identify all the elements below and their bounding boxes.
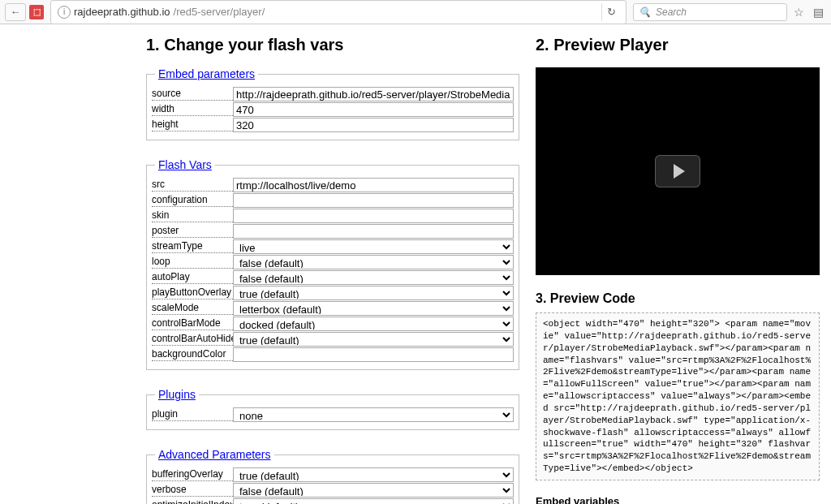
label-verbose[interactable]: verbose	[152, 484, 233, 497]
right-column: 2. Preview Player 3. Preview Code <objec…	[536, 31, 825, 498]
label-loop[interactable]: loop	[152, 256, 233, 269]
select-loop[interactable]: false (default)	[233, 255, 514, 269]
select-playButtonOverlay[interactable]: true (default)	[233, 286, 514, 300]
label-streamType[interactable]: streamType	[152, 240, 233, 253]
url-host: rajdeeprath.github.io	[74, 6, 170, 18]
legend-flashvars[interactable]: Flash Vars	[155, 158, 215, 171]
label-poster[interactable]: poster	[152, 225, 233, 238]
label-plugin[interactable]: plugin	[152, 408, 233, 421]
heading-embed-variables: Embed variables	[536, 495, 820, 504]
label-controlBarAutoHide[interactable]: controlBarAutoHide	[152, 333, 233, 346]
label-height[interactable]: height	[152, 118, 233, 131]
label-autoPlay[interactable]: autoPlay	[152, 271, 233, 284]
label-width[interactable]: width	[152, 103, 233, 116]
input-configuration[interactable]	[233, 193, 514, 208]
input-poster[interactable]	[233, 224, 514, 239]
heading-preview-code: 3. Preview Code	[536, 291, 820, 306]
fieldset-plugins: Plugins pluginnone	[146, 388, 519, 430]
input-source[interactable]	[233, 87, 514, 101]
input-src[interactable]	[233, 178, 514, 192]
url-path: /red5-server/player/	[174, 6, 265, 18]
heading-flash-vars: 1. Change your flash vars	[146, 36, 519, 54]
search-placeholder: Search	[656, 6, 687, 18]
select-bufferingOverlay[interactable]: true (default)	[233, 467, 514, 482]
play-icon	[674, 164, 685, 179]
label-playButtonOverlay[interactable]: playButtonOverlay	[152, 286, 233, 299]
legend-embed[interactable]: Embed parameters	[155, 67, 258, 80]
back-button[interactable]: ←	[5, 3, 26, 21]
input-width[interactable]	[233, 102, 514, 117]
select-optimizeInitialIndex[interactable]: true (default)	[233, 498, 514, 504]
search-bar[interactable]: 🔍 Search	[633, 3, 787, 21]
browser-toolbar: ← ⬚ i rajdeeprath.github.io/red5-server/…	[0, 0, 831, 24]
search-icon: 🔍	[639, 6, 651, 18]
info-icon[interactable]: i	[58, 6, 71, 19]
heading-preview-player: 2. Preview Player	[536, 36, 820, 54]
label-controlBarMode[interactable]: controlBarMode	[152, 317, 233, 330]
select-streamType[interactable]: live	[233, 239, 514, 254]
clipboard-icon[interactable]: ▤	[810, 4, 826, 20]
bookmark-button[interactable]: ☆	[790, 4, 807, 20]
reload-button[interactable]: ↻	[601, 3, 621, 21]
legend-advanced[interactable]: Advanced Parameters	[155, 448, 274, 461]
label-configuration[interactable]: configuration	[152, 194, 233, 207]
label-scaleMode[interactable]: scaleMode	[152, 302, 233, 315]
label-backgroundColor[interactable]: backgroundColor	[152, 348, 233, 361]
url-bar[interactable]: i rajdeeprath.github.io/red5-server/play…	[50, 0, 626, 24]
fieldset-flashvars: Flash Vars src configuration skin poster…	[146, 158, 519, 370]
label-source[interactable]: source	[152, 88, 233, 101]
label-skin[interactable]: skin	[152, 209, 233, 222]
preview-code-block[interactable]: <object width="470" height="320"> <param…	[536, 312, 820, 480]
select-controlBarAutoHide[interactable]: true (default)	[233, 332, 514, 347]
extension-icon[interactable]: ⬚	[29, 5, 44, 19]
label-src[interactable]: src	[152, 179, 233, 192]
label-optimizeInitialIndex[interactable]: optimizeInitialIndex	[152, 499, 233, 504]
select-plugin[interactable]: none	[233, 407, 514, 422]
legend-plugins[interactable]: Plugins	[155, 388, 199, 401]
select-controlBarMode[interactable]: docked (default)	[233, 317, 514, 331]
fieldset-advanced: Advanced Parameters bufferingOverlaytrue…	[146, 448, 519, 504]
input-height[interactable]	[233, 118, 514, 132]
input-backgroundColor[interactable]	[233, 347, 514, 362]
select-scaleMode[interactable]: letterbox (default)	[233, 301, 514, 316]
label-bufferingOverlay[interactable]: bufferingOverlay	[152, 468, 233, 481]
select-autoPlay[interactable]: false (default)	[233, 270, 514, 285]
play-button[interactable]	[655, 155, 700, 187]
input-skin[interactable]	[233, 209, 514, 223]
fieldset-embed: Embed parameters source width height	[146, 67, 519, 140]
select-verbose[interactable]: false (default)	[233, 483, 514, 498]
preview-player[interactable]	[536, 67, 820, 275]
left-column: 1. Change your flash vars Embed paramete…	[146, 31, 519, 498]
